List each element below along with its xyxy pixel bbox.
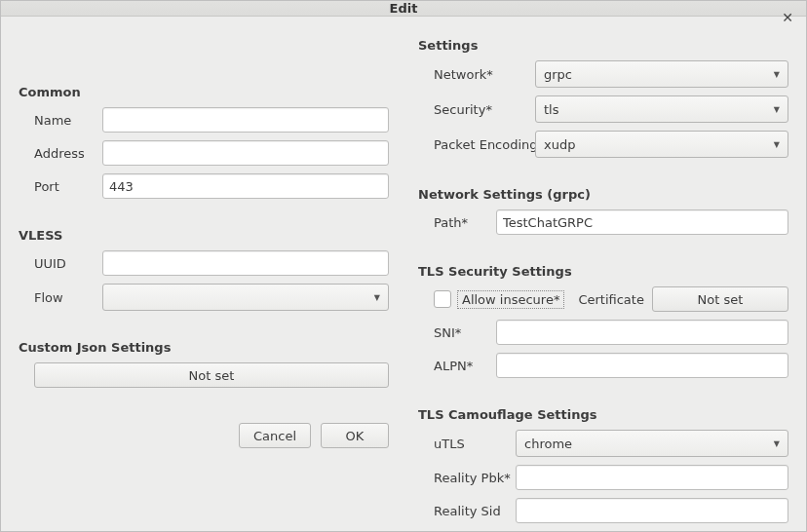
label-certificate: Certificate — [578, 292, 644, 307]
right-column: Settings Network* grpc ▼ Security* tls ▼ — [418, 34, 788, 532]
label-address: Address — [19, 146, 102, 161]
sni-field[interactable] — [496, 320, 788, 345]
chevron-down-icon: ▼ — [774, 140, 780, 149]
cancel-button[interactable]: Cancel — [239, 423, 311, 448]
security-select-value: tls — [544, 102, 558, 117]
uuid-field[interactable] — [102, 250, 389, 276]
section-network-settings: Network Settings (grpc) Path* — [418, 187, 788, 243]
custom-json-button[interactable]: Not set — [34, 362, 389, 388]
dialog-actions: Cancel OK — [19, 423, 389, 448]
label-utls: uTLS — [418, 437, 516, 451]
utls-select-value: chrome — [524, 437, 572, 451]
label-port: Port — [19, 179, 102, 194]
section-title-tls-security: TLS Security Settings — [418, 264, 788, 279]
network-select[interactable]: grpc ▼ — [535, 60, 788, 88]
network-select-value: grpc — [544, 67, 572, 82]
chevron-down-icon: ▼ — [774, 439, 780, 448]
label-path: Path* — [418, 215, 496, 230]
packet-encoding-select[interactable]: xudp ▼ — [535, 131, 788, 158]
section-settings: Settings Network* grpc ▼ Security* tls ▼ — [418, 38, 788, 166]
section-title-tls-camouflage: TLS Camouflage Settings — [418, 407, 788, 422]
chevron-down-icon: ▼ — [374, 293, 380, 302]
custom-json-button-label: Not set — [189, 368, 235, 383]
section-tls-security: TLS Security Settings Allow insecure* Ce… — [418, 264, 788, 386]
ok-button[interactable]: OK — [321, 423, 389, 448]
reality-pbk-field[interactable] — [516, 465, 788, 490]
ok-button-label: OK — [346, 429, 365, 443]
section-title-vless: VLESS — [19, 228, 389, 243]
section-title-custom-json: Custom Json Settings — [19, 340, 389, 355]
section-common: Common Name Address Port — [19, 85, 389, 207]
section-title-network-settings: Network Settings (grpc) — [418, 187, 788, 202]
section-title-common: Common — [19, 85, 389, 99]
allow-insecure-checkbox[interactable] — [434, 290, 451, 308]
section-tls-camouflage: TLS Camouflage Settings uTLS chrome ▼ Re… — [418, 407, 788, 531]
label-uuid: UUID — [19, 256, 102, 271]
close-icon[interactable]: ✕ — [779, 9, 796, 26]
packet-encoding-select-value: xudp — [544, 137, 575, 152]
reality-sid-field[interactable] — [516, 498, 788, 523]
utls-select[interactable]: chrome ▼ — [516, 430, 788, 457]
edit-dialog: Edit ✕ Common Name Address Port — [0, 0, 807, 532]
certificate-button[interactable]: Not set — [652, 286, 788, 312]
port-field[interactable] — [102, 173, 389, 199]
label-packet-encoding: Packet Encoding* — [418, 137, 535, 152]
label-sni: SNI* — [418, 325, 496, 340]
chevron-down-icon: ▼ — [774, 105, 780, 114]
label-reality-sid: Reality Sid — [418, 504, 516, 518]
label-network: Network* — [418, 67, 535, 82]
label-allow-insecure: Allow insecure* — [457, 290, 564, 309]
cancel-button-label: Cancel — [253, 429, 296, 443]
titlebar: Edit ✕ — [1, 1, 806, 17]
window-title: Edit — [390, 1, 418, 16]
label-alpn: ALPN* — [418, 359, 496, 373]
label-name: Name — [19, 113, 102, 128]
address-field[interactable] — [102, 140, 389, 166]
flow-select[interactable]: ▼ — [102, 284, 389, 311]
section-custom-json: Custom Json Settings Not set — [19, 340, 389, 396]
dialog-content: Common Name Address Port VLESS UUID — [1, 17, 806, 532]
name-field[interactable] — [102, 107, 389, 133]
certificate-button-label: Not set — [698, 292, 744, 307]
path-field[interactable] — [496, 209, 788, 235]
label-flow: Flow — [19, 290, 102, 305]
left-column: Common Name Address Port VLESS UUID — [19, 34, 389, 532]
section-title-settings: Settings — [418, 38, 788, 53]
section-vless: VLESS UUID Flow ▼ — [19, 228, 389, 319]
label-security: Security* — [418, 102, 535, 117]
chevron-down-icon: ▼ — [774, 70, 780, 79]
label-reality-pbk: Reality Pbk* — [418, 471, 516, 485]
alpn-field[interactable] — [496, 353, 788, 378]
security-select[interactable]: tls ▼ — [535, 95, 788, 123]
